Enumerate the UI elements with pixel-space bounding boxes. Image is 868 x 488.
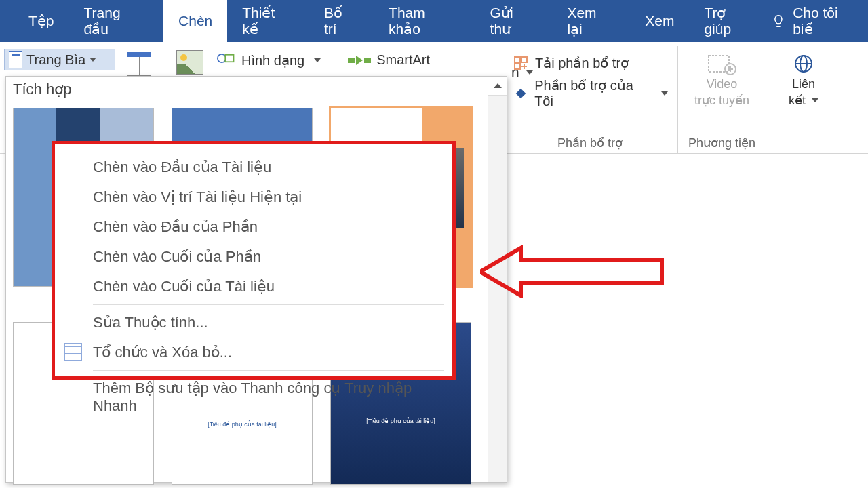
tab-help[interactable]: Trợ giúp (689, 0, 771, 42)
menu-separator (93, 370, 444, 371)
menu-separator (93, 304, 444, 305)
svg-rect-1 (225, 55, 233, 62)
my-addins-button[interactable]: Phần bổ trợ của Tôi (512, 77, 668, 109)
shapes-button[interactable]: Hình dạng (217, 50, 321, 70)
video-label2: trực tuyến (694, 93, 749, 108)
lightbulb-icon (771, 12, 786, 30)
tab-layout[interactable]: Bố trí (309, 0, 374, 42)
tab-review[interactable]: Xem lại (552, 0, 630, 42)
group-label-addins: Phần bổ trợ (502, 136, 677, 150)
svg-marker-12 (480, 248, 662, 296)
pictures-icon[interactable] (176, 50, 203, 75)
menu-insert-end-doc[interactable]: Chèn vào Cuối của Tài liệu (55, 272, 452, 302)
menu-edit-properties[interactable]: Sửa Thuộc tính... (55, 308, 452, 338)
tell-me-label: Cho tôi biế (793, 5, 861, 37)
tell-me[interactable]: Cho tôi biế (771, 0, 868, 42)
online-video-button: Video trực tuyến (694, 52, 749, 108)
annotation-arrow (480, 245, 665, 298)
menu-organize-label: Tổ chức và Xóa bỏ... (93, 344, 232, 361)
scroll-up-button[interactable] (488, 77, 507, 96)
link-label1: Liên (792, 77, 815, 92)
tab-design[interactable]: Thiết kế (227, 0, 309, 42)
video-icon (707, 52, 737, 76)
tab-insert[interactable]: Chèn (163, 0, 227, 42)
menu-insert-begin-section[interactable]: Chèn vào Đầu của Phần (55, 212, 452, 242)
context-menu: Chèn vào Đầu của Tài liệu Chèn vào Vị tr… (52, 141, 456, 380)
group-links: Liên kết (766, 46, 841, 153)
group-media: Video trực tuyến Phương tiện (678, 46, 766, 153)
menu-insert-current-pos[interactable]: Chèn vào Vị trí Tài liệu Hiện tại (55, 182, 452, 212)
ribbon-tabs: Tệp Trang đầu Chèn Thiết kế Bố trí Tham … (0, 0, 868, 42)
thumb5-subtitle: [Tiêu đề phụ của tài liệu] (172, 421, 312, 428)
group-addins: Tải phần bổ trợ Phần bổ trợ của Tôi Phần… (502, 46, 678, 153)
menu-add-to-qat[interactable]: Thêm Bộ sưu tập vào Thanh công cụ Truy n… (55, 373, 452, 421)
smartart-button[interactable]: SmartArt (348, 50, 430, 70)
my-addins-label: Phần bổ trợ của Tôi (534, 77, 652, 109)
chevron-down-icon (526, 70, 533, 75)
smartart-label: SmartArt (376, 52, 430, 68)
arrow-up-icon (494, 83, 502, 88)
chevron-down-icon (90, 58, 96, 62)
link-button[interactable]: Liên kết (789, 52, 818, 108)
menu-insert-end-section[interactable]: Chèn vào Cuối của Phần (55, 242, 452, 272)
svg-marker-3 (356, 56, 363, 65)
svg-point-0 (218, 54, 226, 62)
table-icon[interactable] (127, 52, 151, 76)
organize-icon (64, 343, 82, 361)
cover-page-button[interactable]: Trang Bìa (4, 49, 115, 70)
svg-rect-8 (709, 56, 729, 72)
page-icon (9, 51, 22, 68)
shapes-label: Hình dạng (241, 52, 304, 68)
group-label-media: Phương tiện (678, 136, 766, 150)
cover-page-label: Trang Bìa (26, 52, 85, 68)
video-label1: Video (707, 77, 738, 92)
menu-insert-begin-doc[interactable]: Chèn vào Đầu của Tài liệu (55, 152, 452, 182)
tab-home[interactable]: Trang đầu (69, 0, 164, 42)
svg-rect-5 (515, 57, 520, 62)
menu-organize-delete[interactable]: Tổ chức và Xóa bỏ... (55, 338, 452, 367)
partial-letter: n (511, 64, 519, 81)
partial-dropdown[interactable]: n (511, 64, 533, 81)
chevron-down-icon (661, 92, 668, 96)
tab-mailings[interactable]: Gửi thư (475, 0, 553, 42)
tab-view[interactable]: Xem (630, 0, 689, 42)
svg-rect-4 (364, 58, 371, 63)
addins-icon (512, 85, 529, 102)
svg-rect-6 (521, 57, 527, 62)
get-addins-label: Tải phần bổ trợ (535, 55, 629, 71)
link-icon (791, 52, 816, 76)
tab-references[interactable]: Tham khảo (374, 0, 475, 42)
shapes-icon (217, 50, 236, 70)
chevron-down-icon (314, 58, 321, 62)
chevron-down-icon (812, 98, 818, 102)
smartart-icon (348, 53, 371, 68)
tab-file[interactable]: Tệp (14, 0, 69, 42)
svg-rect-2 (348, 58, 355, 63)
gallery-section-label: Tích hợp (6, 77, 507, 104)
link-label2: kết (789, 93, 806, 108)
